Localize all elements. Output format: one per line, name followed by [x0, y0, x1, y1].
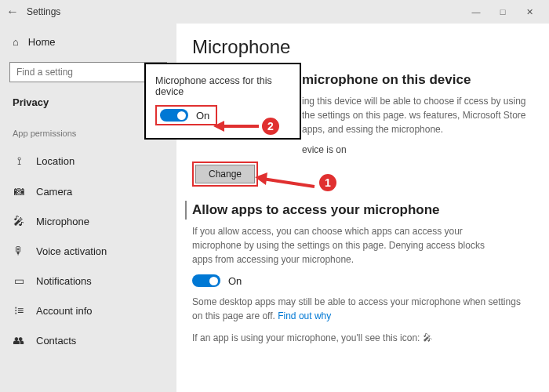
sidebar-item-location[interactable]: ⟟ Location	[9, 147, 176, 175]
arrow-icon	[255, 171, 318, 194]
annotation-highlight-toggle: On	[155, 105, 217, 125]
change-button[interactable]: Change	[195, 165, 255, 183]
sidebar-item-voice-activation[interactable]: 🎙︎ Voice activation	[9, 238, 176, 264]
flyout-title: Microphone access for this device	[155, 75, 290, 97]
notifications-icon: ▭	[13, 274, 25, 287]
sidebar-item-camera[interactable]: 📷︎ Camera	[9, 178, 176, 205]
section-heading-device-access: microphone on this device	[302, 72, 530, 88]
maximize-icon[interactable]: □	[489, 1, 516, 23]
find-out-why-link[interactable]: Find out why	[278, 310, 331, 321]
home-icon: ⌂	[13, 36, 19, 48]
contacts-icon: 👥︎	[13, 334, 25, 347]
sidebar-item-label: Voice activation	[36, 245, 107, 257]
app-title: Settings	[22, 6, 60, 17]
location-icon: ⟟	[13, 154, 25, 168]
camera-icon: 📷︎	[13, 185, 25, 198]
sidebar-item-account-info[interactable]: ⁝≡ Account info	[9, 297, 176, 324]
scroll-indicator	[185, 201, 187, 220]
svg-marker-1	[213, 121, 224, 132]
allow-apps-toggle[interactable]	[192, 274, 220, 287]
voice-icon: 🎙︎	[13, 245, 25, 257]
device-access-toggle-label: On	[196, 110, 209, 122]
sidebar-item-label: Notifications	[36, 275, 92, 287]
device-access-status: evice is on	[302, 144, 530, 155]
section-body-allow-apps: If you allow access, you can choose whic…	[192, 224, 490, 267]
window-controls: — □ ✕	[463, 1, 543, 23]
mic-icon-note: If an app is using your microphone, you'…	[192, 331, 530, 345]
allow-apps-toggle-label: On	[228, 275, 242, 287]
section-body-device-access: ing this device will be able to choose i…	[302, 94, 530, 136]
microphone-icon: 🎤︎	[13, 215, 25, 227]
page-title: Microphone	[192, 36, 530, 58]
sidebar-item-label: Contacts	[36, 335, 76, 347]
section-heading-allow-apps: Allow apps to access your microphone	[192, 202, 530, 218]
annotation-highlight-change: Change	[192, 162, 258, 187]
arrow-icon	[213, 117, 260, 136]
sidebar-item-label: Account info	[36, 305, 93, 317]
back-icon[interactable]: ←	[6, 5, 22, 19]
sidebar-item-label: Camera	[36, 186, 72, 198]
sidebar-item-label: Location	[36, 155, 75, 167]
svg-marker-3	[255, 172, 267, 185]
sidebar-item-label: Microphone	[36, 216, 89, 227]
account-icon: ⁝≡	[13, 304, 25, 317]
sidebar-item-contacts[interactable]: 👥︎ Contacts	[9, 327, 176, 354]
sidebar-item-microphone[interactable]: 🎤︎ Microphone	[9, 208, 176, 234]
annotation-number-2: 2	[260, 116, 281, 136]
titlebar: ← Settings — □ ✕	[0, 0, 549, 24]
annotation-callout-2: 2	[213, 116, 281, 136]
sidebar-home[interactable]: ⌂ Home	[9, 31, 176, 53]
device-access-toggle[interactable]	[160, 109, 188, 122]
home-label: Home	[28, 36, 56, 48]
microphone-status-icon: 🎤︎	[423, 332, 432, 343]
sidebar-item-notifications[interactable]: ▭ Notifications	[9, 267, 176, 294]
close-icon[interactable]: ✕	[516, 1, 543, 23]
search-input[interactable]	[9, 62, 167, 82]
annotation-number-1: 1	[318, 172, 338, 193]
annotation-callout-1: 1	[255, 171, 338, 194]
svg-line-2	[263, 179, 314, 187]
desktop-apps-note: Some desktop apps may still be able to a…	[192, 295, 522, 323]
minimize-icon[interactable]: —	[463, 1, 489, 23]
